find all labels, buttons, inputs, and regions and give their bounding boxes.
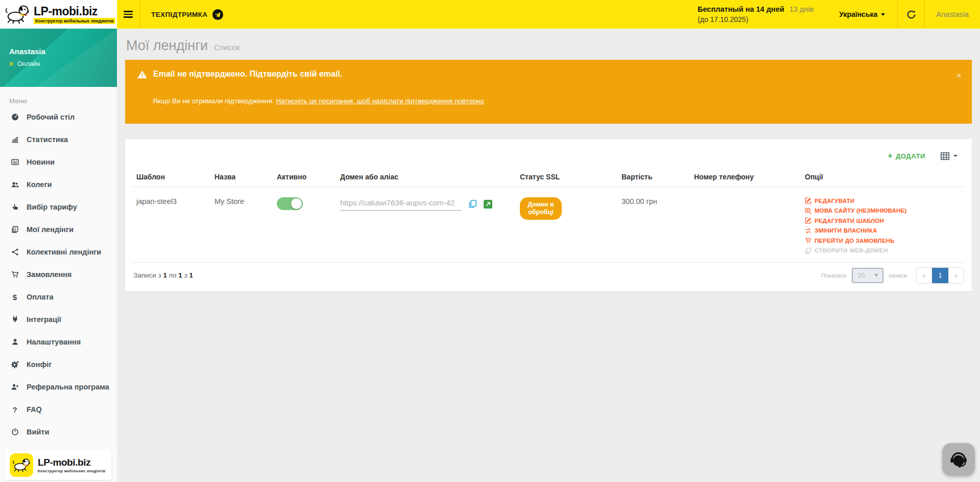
- col-header-price: Вартість: [617, 167, 690, 187]
- language-icon: [805, 208, 811, 214]
- col-header-active: Активно: [273, 167, 336, 187]
- sidebar-item-news[interactable]: Новини: [0, 151, 117, 173]
- app-icon: [10, 453, 33, 477]
- sidebar-item-payment[interactable]: $ Оплата: [0, 286, 117, 308]
- records-info: Записи з 1 по 1 з 1: [133, 271, 193, 279]
- external-link-icon: [484, 200, 492, 209]
- page-size-select[interactable]: 20: [852, 268, 883, 283]
- col-header-name: Назва: [210, 167, 273, 187]
- resend-confirmation-link[interactable]: Натисніть це посилання, щоб надіслати пі…: [276, 97, 484, 105]
- sidebar-item-tariff[interactable]: Вибір тарифу: [0, 196, 117, 218]
- headset-icon: [948, 449, 969, 470]
- support-chat-button[interactable]: [942, 443, 975, 476]
- chevron-down-icon: [953, 155, 958, 157]
- next-page-button[interactable]: »: [948, 268, 963, 283]
- cell-template: japan-steel3: [132, 187, 210, 263]
- page-button-1[interactable]: 1: [931, 268, 948, 283]
- cart-icon: [10, 270, 20, 279]
- pagination: « 1 »: [916, 267, 964, 284]
- active-toggle[interactable]: [277, 197, 303, 210]
- trial-label: Бесплатный на 14 дней: [698, 5, 784, 13]
- footer-logo-title: LP-mobi.biz: [38, 457, 105, 468]
- sidebar-user-name: Anastasia: [0, 29, 117, 56]
- cell-phone: [690, 187, 801, 263]
- sidebar: Anastasia Онлайн Меню Робочий стіл Стати…: [0, 29, 117, 482]
- refresh-icon: [906, 10, 916, 19]
- alert-title: Email не підтверджено. Підтвердіть свій …: [153, 70, 342, 79]
- sidebar-item-integrations[interactable]: Інтеграції: [0, 308, 117, 331]
- user-plus-icon: [10, 383, 20, 391]
- cell-price: 300.00 грн: [617, 187, 690, 263]
- landings-table: Шаблон Назва Активно Домен або аліас Ста…: [132, 167, 965, 263]
- dashboard-icon: [10, 113, 20, 121]
- prev-page-button[interactable]: «: [917, 268, 931, 283]
- menu-section-label: Меню: [0, 87, 117, 106]
- hamburger-menu-icon[interactable]: [117, 0, 139, 29]
- top-bar-yellow: ТЕХПІДТРИМКА Бесплатный на 14 дней 13 дн…: [117, 0, 980, 29]
- sidebar-user-panel: Anastasia Онлайн: [0, 29, 117, 87]
- support-link[interactable]: ТЕХПІДТРИМКА: [140, 0, 236, 29]
- option-edit-template[interactable]: РЕДАГУВАТИ ШАБЛОН: [805, 217, 961, 224]
- language-selector[interactable]: Українська: [827, 0, 897, 29]
- option-change-owner[interactable]: ЗМІНИТИ ВЛАСНИКА: [805, 227, 961, 234]
- top-bar: LP-mobi.biz Конструктор мобильных лендин…: [0, 0, 980, 29]
- online-status-label: Онлайн: [17, 60, 40, 67]
- copy-icon: [468, 199, 477, 209]
- col-header-template: Шаблон: [132, 167, 210, 187]
- sidebar-item-faq[interactable]: ? FAQ: [0, 398, 117, 421]
- sidebar-item-dashboard[interactable]: Робочий стіл: [0, 106, 117, 128]
- trial-days-left: 13 днів: [790, 5, 814, 13]
- users-icon: [10, 180, 20, 189]
- cell-name: My Store: [210, 187, 273, 263]
- table-footer: Записи з 1 по 1 з 1 Показати 20 записи «…: [132, 263, 965, 291]
- add-landing-button[interactable]: + ДОДАТИ: [888, 152, 925, 160]
- power-icon: [10, 428, 20, 436]
- sidebar-item-statistics[interactable]: Статистика: [0, 128, 117, 151]
- option-go-to-orders[interactable]: ПЕРЕЙТИ ДО ЗАМОВЛЕНЬ: [805, 237, 961, 244]
- domain-input[interactable]: [340, 197, 462, 211]
- language-label: Українська: [839, 10, 877, 18]
- trial-until: (до 17.10.2025): [698, 14, 814, 25]
- edit-icon: [805, 217, 811, 224]
- brand-subtitle: Конструктор мобильных лендингов: [34, 18, 115, 24]
- col-header-phone: Номер телефону: [690, 167, 801, 187]
- newspaper-icon: [10, 158, 20, 166]
- online-status-dot: [9, 62, 13, 66]
- table-grid-icon: [941, 152, 949, 160]
- page-subtitle: Список: [214, 43, 240, 52]
- chevron-down-icon: [874, 274, 878, 277]
- brand-logo[interactable]: LP-mobi.biz Конструктор мобильных лендин…: [0, 0, 117, 29]
- copy-domain-button[interactable]: [468, 199, 477, 209]
- columns-view-button[interactable]: [941, 152, 958, 160]
- close-icon[interactable]: ×: [956, 72, 962, 79]
- gears-icon: [10, 360, 20, 369]
- sidebar-item-my-landings[interactable]: Мої лендінги: [0, 218, 117, 241]
- option-site-language[interactable]: МОВА САЙТУ (НЕЗМІНЮВАНЕ): [805, 208, 961, 214]
- sidebar-item-collective-landings[interactable]: Колективні лендінги: [0, 241, 117, 263]
- sidebar-item-orders[interactable]: Замовлення: [0, 263, 117, 286]
- dog-logo-icon: [4, 4, 31, 25]
- hand-pointer-icon: [10, 203, 20, 211]
- col-header-domain: Домен або аліас: [336, 167, 516, 187]
- sidebar-item-colleagues[interactable]: Колеги: [0, 173, 117, 196]
- ssl-status-badge: Домен в обробці: [520, 197, 562, 220]
- edit-icon: [805, 197, 811, 204]
- refresh-button[interactable]: [898, 0, 924, 29]
- sidebar-item-referral[interactable]: Реферальна програма: [0, 376, 117, 398]
- dollar-icon: $: [10, 293, 20, 302]
- sidebar-footer-logo[interactable]: LP-mobi.biz Конструктор мобільних лендін…: [5, 450, 111, 480]
- show-label: Показати: [821, 272, 846, 279]
- sidebar-item-logout[interactable]: Вийти: [0, 421, 117, 443]
- share-icon: [10, 248, 20, 256]
- main-content: Мої лендінги Список Email не підтверджен…: [117, 29, 980, 482]
- telegram-icon: [212, 9, 223, 20]
- transfer-arrows-icon: [805, 227, 811, 234]
- open-site-button[interactable]: [484, 200, 492, 209]
- sidebar-item-config[interactable]: Конфіг: [0, 353, 117, 376]
- sidebar-item-settings[interactable]: Налаштування: [0, 331, 117, 353]
- question-icon: ?: [10, 405, 20, 414]
- bar-chart-icon: [10, 135, 20, 144]
- option-edit[interactable]: РЕДАГУВАТИ: [805, 197, 961, 204]
- topbar-username[interactable]: Anastasia: [925, 10, 980, 18]
- plug-icon: [10, 315, 20, 324]
